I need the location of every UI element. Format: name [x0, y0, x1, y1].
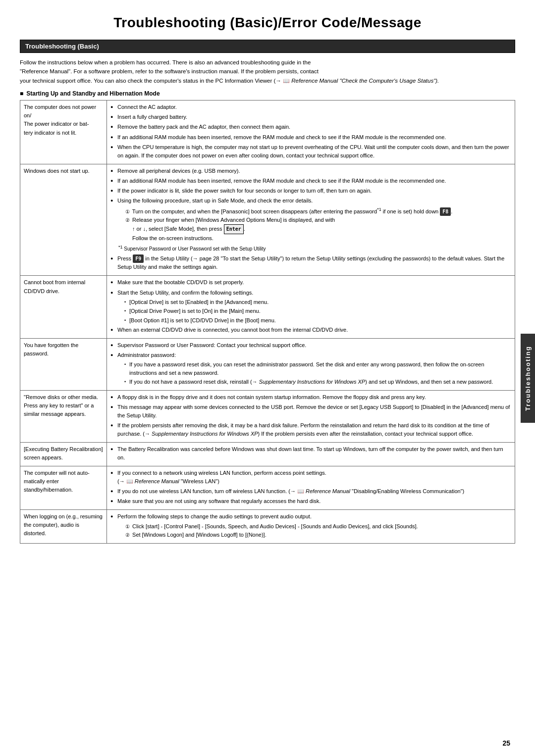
subsection-header: Starting Up and Standby and Hibernation …	[20, 90, 515, 97]
table-row: Windows does not start up. Remove all pe…	[20, 164, 515, 276]
table-row: "Remove disks or other media. Press any …	[20, 390, 515, 442]
troubleshooting-table: The computer does not power on/The power…	[20, 100, 515, 544]
solution-cell: The Battery Recalibration was canceled b…	[107, 442, 515, 466]
problem-cell: The computer does not power on/The power…	[20, 101, 107, 164]
solution-cell: Make sure that the bootable CD/DVD is se…	[107, 276, 515, 339]
problem-cell: When logging on (e.g., resuming the comp…	[20, 510, 107, 544]
problem-cell: [Executing Battery Recali­bration] scree…	[20, 442, 107, 466]
intro-paragraph: Follow the instructions below when a pro…	[20, 58, 515, 85]
problem-cell: You have forgotten the password.	[20, 339, 107, 391]
solution-cell: Connect the AC adaptor. Insert a fully c…	[107, 101, 515, 164]
table-row: You have forgotten the password. Supervi…	[20, 339, 515, 391]
table-row: When logging on (e.g., resuming the comp…	[20, 510, 515, 544]
problem-cell: Windows does not start up.	[20, 164, 107, 276]
page-title: Troubleshooting (Basic)/Error Code/Messa…	[20, 15, 515, 31]
book-icon: 📖	[283, 77, 290, 86]
section-header: Troubleshooting (Basic)	[20, 40, 515, 53]
solution-cell: Perform the following steps to change th…	[107, 510, 515, 544]
solution-cell: If you connect to a network using wirele…	[107, 466, 515, 510]
right-tab: Troubleshooting	[521, 334, 535, 423]
solution-cell: Remove all peripheral devices (e.g. USB …	[107, 164, 515, 276]
problem-cell: The computer will not auto­matically ent…	[20, 466, 107, 510]
table-row: The computer does not power on/The power…	[20, 101, 515, 164]
solution-cell: Supervisor Password or User Password: Co…	[107, 339, 515, 391]
table-row: The computer will not auto­matically ent…	[20, 466, 515, 510]
table-row: [Executing Battery Recali­bration] scree…	[20, 442, 515, 466]
page-number: 25	[502, 739, 510, 747]
problem-cell: "Remove disks or other media. Press any …	[20, 390, 107, 442]
table-row: Cannot boot from internal CD/DVD drive. …	[20, 276, 515, 339]
solution-cell: A floppy disk is in the floppy drive and…	[107, 390, 515, 442]
problem-cell: Cannot boot from internal CD/DVD drive.	[20, 276, 107, 339]
